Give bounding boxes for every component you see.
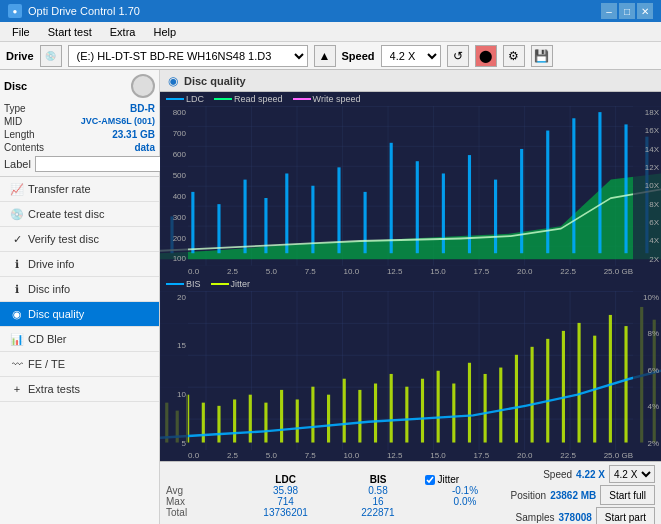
x-bot-15: 15.0: [430, 451, 446, 460]
svg-rect-39: [374, 383, 377, 442]
svg-rect-11: [364, 192, 367, 253]
y-left-10: 10: [160, 390, 186, 399]
sidebar-item-extra-tests[interactable]: + Extra tests: [0, 377, 159, 402]
bis-header: BIS: [339, 474, 418, 485]
x-top-5: 5.0: [266, 267, 277, 276]
x-top-125: 12.5: [387, 267, 403, 276]
svg-rect-55: [624, 326, 627, 442]
disc-quality-header: ◉ Disc quality: [160, 70, 661, 92]
maximize-button[interactable]: □: [619, 3, 635, 19]
drive-info-icon: ℹ: [10, 257, 24, 271]
cd-bler-icon: 📊: [10, 332, 24, 346]
x-bot-25: 2.5: [227, 451, 238, 460]
start-part-button[interactable]: Start part: [596, 507, 655, 524]
sidebar-item-transfer-rate[interactable]: 📈 Transfer rate: [0, 177, 159, 202]
max-jitter-val: 0.0%: [425, 496, 504, 507]
svg-rect-16: [494, 180, 497, 254]
y-left-200: 200: [160, 234, 186, 243]
svg-rect-19: [572, 118, 575, 253]
x-bot-175: 17.5: [474, 451, 490, 460]
save-button[interactable]: 💾: [531, 45, 553, 67]
svg-rect-14: [442, 173, 445, 253]
y-left-5: 5: [160, 439, 186, 448]
svg-rect-36: [327, 394, 330, 442]
max-bis-val: 16: [339, 496, 418, 507]
legend-bis-label: BIS: [166, 279, 201, 289]
avg-bis-val: 0.58: [339, 485, 418, 496]
jitter-checkbox[interactable]: [425, 475, 435, 485]
disc-label-input[interactable]: [35, 156, 168, 172]
y-right-2pct: 2%: [633, 439, 659, 448]
x-top-20: 20.0: [517, 267, 533, 276]
sidebar-item-cd-bler[interactable]: 📊 CD Bler: [0, 327, 159, 352]
settings-button[interactable]: ⚙: [503, 45, 525, 67]
stats-controls: LDC BIS Jitter Avg 35.98 0.58 -0.1% Max …: [160, 461, 661, 524]
minimize-button[interactable]: –: [601, 3, 617, 19]
color-button[interactable]: ⬤: [475, 45, 497, 67]
disc-quality-title: Disc quality: [184, 75, 246, 87]
samples-val: 378008: [558, 512, 591, 523]
app-title: Opti Drive Control 1.70: [28, 5, 140, 17]
menu-file[interactable]: File: [4, 24, 38, 40]
total-bis-val: 222871: [339, 507, 418, 518]
x-top-25: 2.5: [227, 267, 238, 276]
legend-jitter-label: Jitter: [211, 279, 251, 289]
jitter-header-label: Jitter: [437, 474, 459, 485]
position-val: 23862 MB: [550, 490, 596, 501]
y-left-300: 300: [160, 213, 186, 222]
disc-mid-row: MID JVC-AMS6L (001): [4, 115, 155, 128]
sidebar-item-fe-te[interactable]: 〰 FE / TE: [0, 352, 159, 377]
disc-panel: Disc Type BD-R MID JVC-AMS6L (001) Lengt…: [0, 70, 159, 177]
x-top-225: 22.5: [560, 267, 576, 276]
y-right-4pct: 4%: [633, 402, 659, 411]
svg-rect-38: [358, 389, 361, 442]
speed-select[interactable]: 4.2 X: [381, 45, 441, 67]
samples-label: Samples: [516, 512, 555, 523]
y-right-12x: 12X: [633, 163, 659, 172]
svg-rect-12: [390, 143, 393, 253]
svg-rect-33: [280, 389, 283, 442]
empty-total-jitter: [425, 507, 504, 518]
legend-ldc-label: LDC: [166, 94, 204, 104]
close-button[interactable]: ✕: [637, 3, 653, 19]
sidebar-item-create-test-disc[interactable]: 💿 Create test disc: [0, 202, 159, 227]
start-full-button[interactable]: Start full: [600, 485, 655, 505]
menu-start-test[interactable]: Start test: [40, 24, 100, 40]
sidebar-item-verify-test-disc[interactable]: ✓ Verify test disc: [0, 227, 159, 252]
svg-rect-49: [531, 346, 534, 442]
y-right-10x: 10X: [633, 181, 659, 190]
y-right-6pct: 6%: [633, 366, 659, 375]
x-top-25gb: 25.0 GB: [604, 267, 633, 276]
speed-stat-val: 4.22 X: [576, 469, 605, 480]
x-bot-25gb: 25.0 GB: [604, 451, 633, 460]
ldc-header: LDC: [241, 474, 331, 485]
disc-type-row: Type BD-R: [4, 102, 155, 115]
refresh-button[interactable]: ↺: [447, 45, 469, 67]
x-bot-10: 10.0: [344, 451, 360, 460]
disc-label-row: Label ⚙: [4, 156, 155, 172]
y-left-20: 20: [160, 293, 186, 302]
sidebar-item-disc-info[interactable]: ℹ Disc info: [0, 277, 159, 302]
svg-rect-10: [337, 167, 340, 253]
menu-help[interactable]: Help: [145, 24, 184, 40]
titlebar: ● Opti Drive Control 1.70 – □ ✕: [0, 0, 661, 22]
drive-select[interactable]: (E:) HL-DT-ST BD-RE WH16NS48 1.D3: [68, 45, 308, 67]
svg-rect-35: [311, 386, 314, 442]
speed-select-stats[interactable]: 4.2 X: [609, 465, 655, 483]
drive-toolbar: Drive 💿 (E:) HL-DT-ST BD-RE WH16NS48 1.D…: [0, 42, 661, 70]
bottom-chart-svg: [160, 291, 661, 451]
x-bot-75: 7.5: [305, 451, 316, 460]
drive-icon: 💿: [40, 45, 62, 67]
x-bot-225: 22.5: [560, 451, 576, 460]
y-left-700: 700: [160, 129, 186, 138]
eject-button[interactable]: ▲: [314, 45, 336, 67]
charts-area: LDC Read speed Write speed: [160, 92, 661, 461]
svg-rect-42: [421, 378, 424, 442]
menu-extra[interactable]: Extra: [102, 24, 144, 40]
legend-write-label: Write speed: [293, 94, 361, 104]
create-test-disc-icon: 💿: [10, 207, 24, 221]
legend-read-label: Read speed: [214, 94, 283, 104]
sidebar-item-drive-info[interactable]: ℹ Drive info: [0, 252, 159, 277]
x-top-0: 0.0: [188, 267, 199, 276]
sidebar-item-disc-quality[interactable]: ◉ Disc quality: [0, 302, 159, 327]
